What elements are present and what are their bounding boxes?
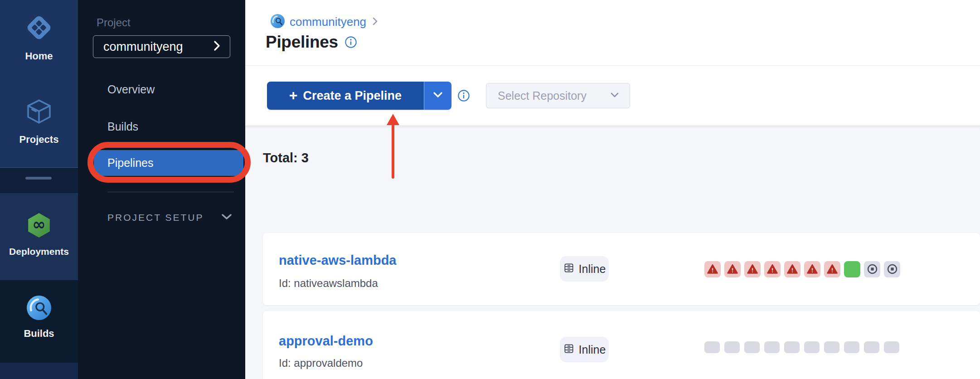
rail-item-deployments[interactable]: ∞ Deployments (0, 212, 78, 257)
pipeline-name-link[interactable]: approval-demo (279, 334, 373, 349)
create-pipeline-button[interactable]: + Create a Pipeline (267, 82, 451, 110)
pipeline-row[interactable]: approval-demo Id: approvaldemo Inline (263, 311, 980, 379)
project-selector[interactable]: communityeng (93, 35, 230, 58)
create-pipeline-button-main[interactable]: + Create a Pipeline (267, 82, 424, 110)
recent-executions-strip (704, 311, 904, 379)
title-info-icon[interactable] (344, 36, 357, 49)
pipelines-page: Home Projects ∞ (0, 0, 980, 379)
execution-status-failed[interactable] (824, 261, 840, 277)
rail-section-gap (0, 168, 78, 193)
breadcrumb-chevron-icon (371, 16, 378, 28)
execution-status-empty (824, 341, 839, 353)
builds-circle-icon (27, 296, 51, 322)
rail-divider (0, 167, 78, 168)
rail-drag-handle (25, 177, 52, 180)
execution-status-empty (704, 341, 720, 353)
project-setup-label: PROJECT SETUP (107, 212, 204, 223)
project-sidebar: Project communityeng Overview Builds Pip… (78, 0, 245, 379)
code-source-badge: Inline (560, 256, 609, 282)
execution-status-empty (804, 341, 820, 353)
chevron-down-icon (432, 91, 443, 100)
execution-status-empty (884, 341, 899, 353)
title-row: Pipelines (266, 33, 357, 52)
pipeline-id: Id: approvaldemo (279, 357, 363, 369)
deployments-hexagon-icon: ∞ (26, 212, 52, 240)
plus-icon: + (289, 88, 298, 102)
pipeline-name-link[interactable]: native-aws-lambda (279, 253, 396, 268)
execution-status-failed[interactable] (744, 261, 761, 277)
execution-status-empty (744, 341, 760, 353)
rail-projects-label: Projects (19, 134, 59, 146)
inline-store-icon (563, 343, 575, 356)
repository-select-placeholder: Select Repository (498, 89, 587, 102)
create-pipeline-label: Create a Pipeline (303, 89, 402, 103)
repository-select[interactable]: Select Repository (486, 83, 630, 108)
breadcrumb-project-link[interactable]: communityeng (290, 15, 366, 29)
rail-section-bottom (0, 363, 78, 379)
page-title: Pipelines (266, 33, 338, 52)
execution-status-empty (764, 341, 780, 353)
execution-status-failed[interactable] (784, 261, 800, 277)
project-selector-value: communityeng (103, 40, 183, 54)
toolbar: + Create a Pipeline Select Repository (245, 65, 980, 126)
pipeline-id: Id: nativeawslambda (279, 277, 378, 290)
chevron-down-icon (610, 92, 620, 100)
execution-status-aborted[interactable] (864, 261, 880, 277)
execution-status-failed[interactable] (704, 261, 721, 277)
execution-status-success[interactable] (844, 261, 860, 277)
project-label: Project (97, 16, 131, 29)
main-area: communityeng Pipelines + Create a Pipeli (245, 0, 980, 379)
svg-text:∞: ∞ (32, 215, 45, 233)
execution-status-failed[interactable] (724, 261, 741, 277)
rail-deployments-label: Deployments (9, 246, 69, 257)
sidebar-divider (107, 192, 234, 192)
code-source-label: Inline (579, 262, 606, 276)
execution-status-empty (864, 341, 879, 353)
chevron-down-icon (221, 213, 233, 223)
breadcrumb: communityeng (271, 14, 378, 30)
execution-status-failed[interactable] (804, 261, 820, 277)
total-count: Total: 3 (263, 151, 309, 165)
recent-executions-strip (704, 233, 904, 305)
home-diamond-icon (24, 13, 54, 44)
module-rail: Home Projects ∞ (0, 0, 78, 379)
sidebar-section-project-setup[interactable]: PROJECT SETUP (107, 212, 233, 223)
pipeline-row[interactable]: native-aws-lambda Id: nativeawslambda In… (263, 233, 980, 305)
rail-home-label: Home (25, 50, 53, 62)
sidebar-item-builds[interactable]: Builds (107, 120, 138, 133)
rail-item-home[interactable]: Home (0, 13, 78, 62)
create-pipeline-dropdown-toggle[interactable] (424, 82, 451, 110)
project-avatar-icon (271, 14, 285, 30)
create-pipeline-info-icon[interactable] (457, 89, 470, 102)
sidebar-item-overview[interactable]: Overview (107, 83, 155, 96)
pipelines-list: Total: 3 PIPELINE NAME CODE SOURCE lates… (245, 126, 980, 379)
code-source-label: Inline (579, 343, 606, 356)
code-source-badge: Inline (560, 337, 609, 362)
execution-status-empty (724, 341, 740, 353)
inline-store-icon (563, 262, 575, 276)
rail-builds-label: Builds (24, 328, 54, 340)
projects-cube-icon (24, 97, 53, 128)
chevron-right-icon (212, 40, 222, 53)
execution-status-empty (844, 341, 859, 353)
execution-status-aborted[interactable] (884, 261, 900, 277)
sidebar-item-pipelines[interactable]: Pipelines (94, 150, 243, 176)
execution-status-failed[interactable] (764, 261, 781, 277)
execution-status-empty (784, 341, 800, 353)
rail-item-projects[interactable]: Projects (0, 97, 78, 146)
page-header: communityeng Pipelines (245, 0, 980, 65)
rail-item-builds[interactable]: Builds (0, 296, 78, 340)
